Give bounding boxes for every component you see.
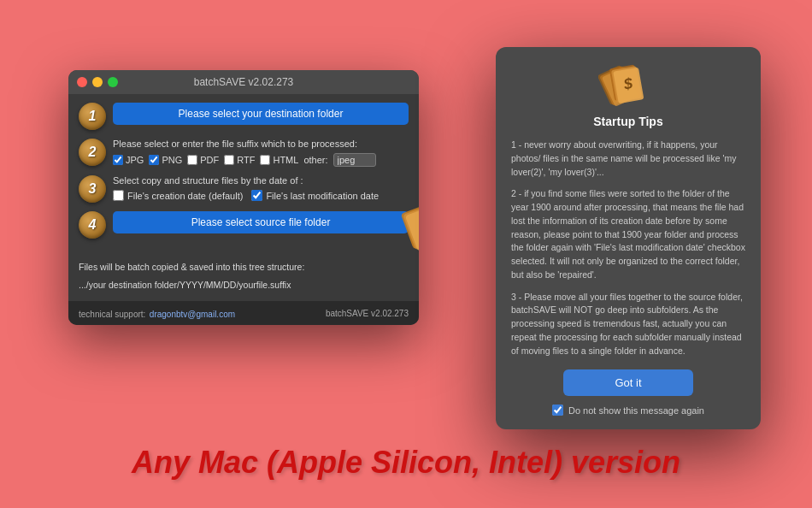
support-label: technical support: (79, 310, 145, 319)
step2-badge: 2 (79, 139, 106, 166)
step1-content: Please select your destination folder (113, 103, 409, 125)
rtf-option[interactable]: RTF (224, 155, 255, 165)
app-body: 1 Please select your destination folder … (68, 94, 419, 256)
step4-row: 4 Please select source file folder $ (79, 211, 409, 239)
html-checkbox[interactable] (260, 155, 270, 165)
step2-content: Please select or enter the file suffix w… (113, 139, 409, 167)
step2-label: Please select or enter the file suffix w… (113, 139, 409, 149)
got-it-button[interactable]: Got it (563, 369, 692, 396)
select-destination-button[interactable]: Please select your destination folder (113, 103, 409, 125)
rtf-checkbox[interactable] (224, 155, 234, 165)
maximize-button[interactable] (108, 77, 118, 87)
tips-icon-area: $ (496, 47, 761, 115)
close-button[interactable] (77, 77, 87, 87)
support-email[interactable]: dragonbtv@gmail.com (150, 310, 235, 319)
step3-badge: 3 (79, 175, 106, 203)
pdf-option[interactable]: PDF (187, 155, 219, 165)
step3-label: Select copy and structure files by the d… (113, 175, 409, 186)
bronze-icon-decoration: $ (400, 203, 419, 252)
png-checkbox[interactable] (149, 155, 159, 165)
modification-date-label: File's last modification date (266, 191, 379, 201)
jpg-checkbox[interactable] (113, 155, 123, 165)
step1-badge: 1 (79, 103, 106, 130)
select-source-button[interactable]: Please select source file folder (113, 211, 409, 233)
version-bottom: batchSAVE v2.02.273 (326, 309, 409, 318)
tips-body: 1 - never worry about overwriting, if it… (496, 139, 761, 357)
step4-badge: 4 (79, 211, 106, 239)
step4-content: Please select source file folder $ (113, 211, 409, 233)
do-not-show-row: Do not show this message again (496, 405, 761, 416)
pdf-checkbox[interactable] (187, 155, 197, 165)
modification-date-checkbox[interactable] (251, 190, 262, 201)
creation-date-label: File's creation date (default) (127, 191, 243, 201)
titlebar: batchSAVE v2.02.273 (68, 70, 419, 94)
tip3: 3 - Please move all your files together … (511, 291, 745, 358)
step1-row: 1 Please select your destination folder (79, 103, 409, 130)
creation-date-checkbox[interactable] (113, 190, 124, 201)
structure-line2: .../your destination folder/YYYY/MM/DD/y… (79, 279, 409, 292)
traffic-lights (77, 77, 118, 87)
png-option[interactable]: PNG (149, 155, 182, 165)
do-not-show-checkbox[interactable] (552, 405, 563, 416)
html-option[interactable]: HTML (260, 155, 298, 165)
structure-info: Files will be batch copied & saved into … (68, 256, 419, 301)
minimize-button[interactable] (92, 77, 103, 87)
jpg-option[interactable]: JPG (113, 155, 144, 165)
step2-row: 2 Please select or enter the file suffix… (79, 139, 409, 167)
file-type-row: JPG PNG PDF RTF HTML other: j (113, 153, 409, 167)
app-window: batchSAVE v2.02.273 1 Please select your… (68, 70, 419, 325)
step3-content: Select copy and structure files by the d… (113, 175, 409, 201)
do-not-show-label: Do not show this message again (568, 405, 704, 416)
app-bottom-bar: technical support: dragonbtv@gmail.com b… (68, 301, 419, 325)
app-title: batchSAVE v2.02.273 (194, 76, 294, 88)
creation-date-option[interactable]: File's creation date (default) (113, 190, 243, 201)
tip2: 2 - if you find some files were sorted t… (511, 187, 745, 281)
structure-line1: Files will be batch copied & saved into … (79, 261, 409, 274)
step3-row: 3 Select copy and structure files by the… (79, 175, 409, 203)
bottom-text: Any Mac (Apple Silicon, Intel) version (0, 445, 812, 481)
modification-date-option[interactable]: File's last modification date (251, 190, 379, 201)
tips-title: Startup Tips (496, 115, 761, 128)
support-info: technical support: dragonbtv@gmail.com (79, 305, 235, 321)
date-options: File's creation date (default) File's la… (113, 190, 409, 201)
other-label: other: (303, 155, 327, 165)
tips-bronze-icon: $ (598, 61, 658, 108)
tip1: 1 - never worry about overwriting, if it… (511, 139, 745, 179)
other-input[interactable]: jpeg (333, 153, 376, 167)
tips-dialog: $ Startup Tips 1 - never worry about ove… (496, 47, 761, 429)
